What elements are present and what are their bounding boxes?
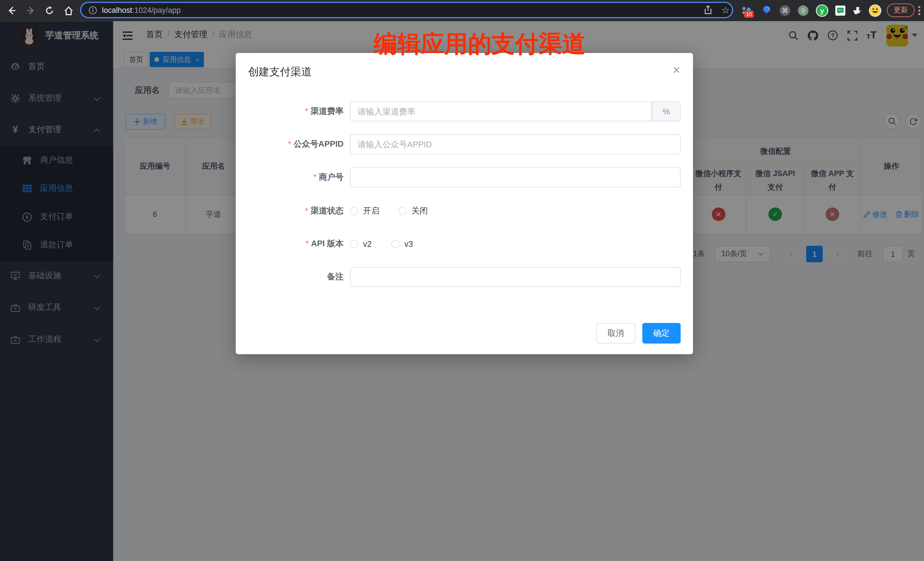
radio-status-open[interactable]: 开启: [350, 206, 380, 216]
extension-balloon-icon[interactable]: [760, 0, 773, 21]
form-row-merchant: *商户号: [236, 167, 693, 187]
form-row-rate: *渠道费率 %: [236, 101, 693, 121]
radio-status-closed[interactable]: 关闭: [398, 206, 428, 216]
field-label: 备注: [327, 272, 344, 281]
create-channel-dialog: 创建支付渠道 ✕ *渠道费率 % *公众号APPID *商户号 *渠道状态 开启…: [236, 53, 693, 354]
url-host: localhost: [102, 6, 132, 15]
extension-y-icon[interactable]: y: [815, 0, 829, 21]
radio-api-v3[interactable]: v3: [391, 239, 413, 249]
url-path: :1024/pay/app: [132, 6, 181, 15]
merchant-id-input[interactable]: [350, 167, 681, 187]
annotation-text: 编辑应用的支付渠道: [374, 28, 585, 60]
forward-icon[interactable]: [24, 0, 38, 21]
required-asterisk: *: [305, 106, 308, 116]
radio-circle-icon: [350, 240, 358, 248]
svg-text:⌘: ⌘: [782, 7, 788, 14]
reload-icon[interactable]: [42, 0, 57, 21]
extensions-puzzle-icon[interactable]: [851, 0, 864, 21]
appid-input[interactable]: [350, 134, 681, 154]
screen: localhost:1024/pay/app ☆ 10 ⌘ y 更新 芋道管理系…: [0, 0, 924, 561]
cancel-button[interactable]: 取消: [596, 323, 635, 344]
required-asterisk: *: [305, 206, 308, 215]
channel-rate-input[interactable]: [350, 101, 652, 121]
radio-circle-icon: [350, 207, 358, 215]
required-asterisk: *: [305, 238, 309, 248]
home-icon[interactable]: [62, 0, 76, 21]
field-label: 公众号APPID: [294, 139, 344, 148]
chrome-update-button[interactable]: 更新: [887, 3, 915, 17]
field-label: API 版本: [311, 238, 344, 248]
radio-api-v2[interactable]: v2: [350, 239, 372, 249]
browser-toolbar: localhost:1024/pay/app ☆ 10 ⌘ y 更新: [0, 0, 924, 21]
form-row-appid: *公众号APPID: [236, 134, 693, 154]
extension-recorder-icon[interactable]: [797, 0, 810, 21]
dialog-close-icon[interactable]: ✕: [670, 64, 682, 76]
radio-circle-icon: [391, 240, 399, 248]
required-asterisk: *: [314, 172, 316, 182]
percent-suffix: %: [652, 101, 681, 121]
site-info-icon[interactable]: [88, 6, 97, 15]
extension-command-icon[interactable]: ⌘: [778, 0, 791, 21]
url-bar[interactable]: localhost:1024/pay/app ☆: [80, 2, 733, 18]
back-icon[interactable]: [5, 0, 19, 21]
field-label: 渠道状态: [310, 206, 344, 215]
profile-avatar-emoji[interactable]: [868, 0, 882, 21]
bookmark-star-icon[interactable]: ☆: [722, 4, 730, 15]
share-icon[interactable]: [704, 5, 712, 15]
radio-circle-icon: [398, 207, 406, 215]
field-label: 渠道费率: [310, 106, 344, 116]
dialog-title: 创建支付渠道: [248, 65, 312, 79]
form-row-api-version: *API 版本 v2 v3: [236, 234, 693, 254]
remark-input[interactable]: [350, 267, 681, 287]
browser-menu-icon[interactable]: [915, 0, 923, 21]
form-row-remark: 备注: [236, 267, 693, 287]
form-row-status: *渠道状态 开启 关闭: [236, 201, 693, 221]
extension-chat-icon[interactable]: [834, 0, 847, 21]
confirm-button[interactable]: 确定: [642, 323, 681, 344]
svg-text:y: y: [820, 7, 824, 15]
required-asterisk: *: [288, 139, 291, 148]
field-label: 商户号: [319, 172, 344, 182]
extension-badge: 10: [744, 10, 754, 18]
